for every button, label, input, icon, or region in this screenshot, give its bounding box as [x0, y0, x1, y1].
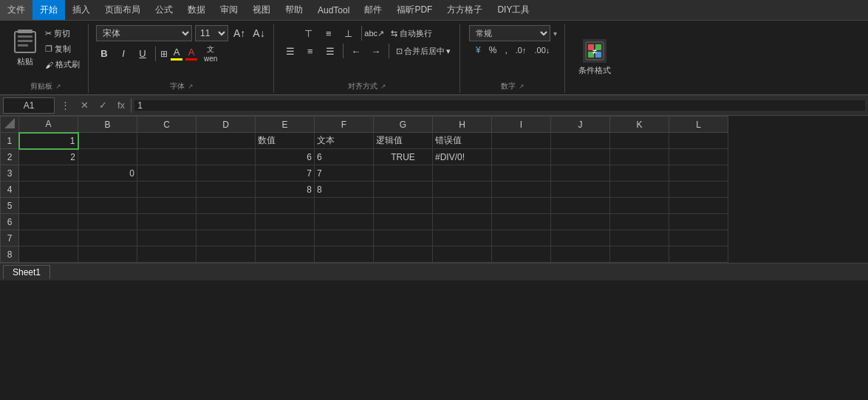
underline-button[interactable]: U: [134, 46, 151, 61]
cell-D4[interactable]: [197, 182, 256, 198]
menu-diytool[interactable]: DIY工具: [490, 0, 537, 20]
cell-G7[interactable]: [374, 230, 433, 246]
col-header-L[interactable]: L: [669, 117, 728, 133]
col-header-B[interactable]: B: [78, 117, 137, 133]
clipboard-expand-icon[interactable]: ↗: [55, 83, 61, 90]
name-manager-button[interactable]: ⋮: [58, 98, 73, 112]
menu-audtool[interactable]: AudTool: [310, 0, 357, 20]
cell-C1[interactable]: [137, 133, 197, 149]
row-header-7[interactable]: 7: [1, 230, 19, 246]
cell-B5[interactable]: [78, 198, 137, 214]
cell-K8[interactable]: [610, 246, 669, 263]
cell-D8[interactable]: [197, 246, 256, 263]
cell-A2[interactable]: 2: [19, 149, 78, 165]
cell-A4[interactable]: [19, 182, 78, 198]
cell-C4[interactable]: [137, 182, 197, 198]
row-header-8[interactable]: 8: [1, 246, 19, 263]
decrease-decimal-button[interactable]: .00↓: [531, 44, 553, 56]
cell-H4[interactable]: [433, 182, 492, 198]
cell-B8[interactable]: [78, 246, 137, 263]
align-right-button[interactable]: ☰: [321, 43, 339, 59]
font-expand-icon[interactable]: ↗: [188, 83, 194, 90]
col-header-H[interactable]: H: [433, 117, 492, 133]
formula-input[interactable]: [134, 100, 865, 111]
cell-E1[interactable]: 数值: [256, 133, 315, 149]
number-format-dropdown-icon[interactable]: ▾: [553, 30, 557, 38]
cell-J3[interactable]: [551, 165, 610, 182]
cell-F2[interactable]: 6: [315, 149, 374, 165]
cell-K1[interactable]: [610, 133, 669, 149]
cell-F4[interactable]: 8: [315, 182, 374, 198]
cell-I1[interactable]: [492, 133, 551, 149]
menu-review[interactable]: 审阅: [213, 0, 245, 20]
cell-K4[interactable]: [610, 182, 669, 198]
cell-G8[interactable]: [374, 246, 433, 263]
cell-L4[interactable]: [669, 182, 728, 198]
cell-D3[interactable]: [197, 165, 256, 182]
col-header-I[interactable]: I: [492, 117, 551, 133]
col-header-A[interactable]: A: [19, 117, 78, 133]
decrease-font-size-button[interactable]: A↓: [250, 27, 267, 40]
increase-font-size-button[interactable]: A↑: [231, 27, 247, 40]
cell-A8[interactable]: [19, 246, 78, 263]
cell-B3[interactable]: 0: [78, 165, 137, 182]
sheet-table-container[interactable]: A B C D E F G H I J K L 1 1: [0, 116, 868, 263]
cell-G4[interactable]: [374, 182, 433, 198]
menu-insert[interactable]: 插入: [65, 0, 98, 20]
cell-H5[interactable]: [433, 198, 492, 214]
cell-A7[interactable]: [19, 230, 78, 246]
cell-I6[interactable]: [492, 214, 551, 230]
menu-page-layout[interactable]: 页面布局: [98, 0, 148, 20]
conditional-format-button[interactable]: ≠ 条件格式: [573, 36, 617, 79]
cell-L7[interactable]: [669, 230, 728, 246]
cell-J8[interactable]: [551, 246, 610, 263]
number-format-select[interactable]: 常规: [469, 25, 550, 41]
cell-J2[interactable]: [551, 149, 610, 165]
align-center-button[interactable]: ≡: [301, 43, 319, 59]
cancel-formula-button[interactable]: ✕: [78, 98, 92, 112]
menu-foxitpdf[interactable]: 福昕PDF: [389, 0, 440, 20]
cell-L6[interactable]: [669, 214, 728, 230]
menu-view[interactable]: 视图: [245, 0, 278, 20]
number-expand-icon[interactable]: ↗: [519, 83, 524, 90]
col-header-K[interactable]: K: [610, 117, 669, 133]
cell-C2[interactable]: [137, 149, 197, 165]
cell-reference-input[interactable]: [3, 97, 55, 114]
align-left-button[interactable]: ☰: [281, 43, 299, 59]
italic-button[interactable]: I: [115, 46, 131, 61]
cell-H6[interactable]: [433, 214, 492, 230]
bold-button[interactable]: B: [96, 46, 112, 61]
row-header-1[interactable]: 1: [1, 133, 19, 149]
cell-F6[interactable]: [315, 214, 374, 230]
alignment-expand-icon[interactable]: ↗: [380, 83, 386, 90]
menu-data[interactable]: 数据: [180, 0, 213, 20]
cell-D2[interactable]: [197, 149, 256, 165]
cell-A5[interactable]: [19, 198, 78, 214]
cell-L8[interactable]: [669, 246, 728, 263]
cell-G1[interactable]: 逻辑值: [374, 133, 433, 149]
cell-E2[interactable]: 6: [256, 149, 315, 165]
font-size-select[interactable]: 11: [195, 25, 228, 41]
cell-J1[interactable]: [551, 133, 610, 149]
menu-formula[interactable]: 公式: [148, 0, 180, 20]
cell-I8[interactable]: [492, 246, 551, 263]
cell-E8[interactable]: [256, 246, 315, 263]
cell-I2[interactable]: [492, 149, 551, 165]
align-middle-button[interactable]: ≡: [320, 25, 338, 41]
cell-E5[interactable]: [256, 198, 315, 214]
cell-A6[interactable]: [19, 214, 78, 230]
cell-J5[interactable]: [551, 198, 610, 214]
cell-C7[interactable]: [137, 230, 197, 246]
format-painter-button[interactable]: 🖌 格式刷: [43, 58, 82, 72]
indent-inc-button[interactable]: →: [367, 43, 385, 59]
cell-L3[interactable]: [669, 165, 728, 182]
cell-B2[interactable]: [78, 149, 137, 165]
menu-start[interactable]: 开始: [33, 0, 65, 20]
cell-G2[interactable]: TRUE: [374, 149, 433, 165]
cell-E4[interactable]: 8: [256, 182, 315, 198]
cell-L1[interactable]: [669, 133, 728, 149]
cell-J4[interactable]: [551, 182, 610, 198]
row-header-2[interactable]: 2: [1, 149, 19, 165]
cell-E6[interactable]: [256, 214, 315, 230]
cell-L2[interactable]: [669, 149, 728, 165]
